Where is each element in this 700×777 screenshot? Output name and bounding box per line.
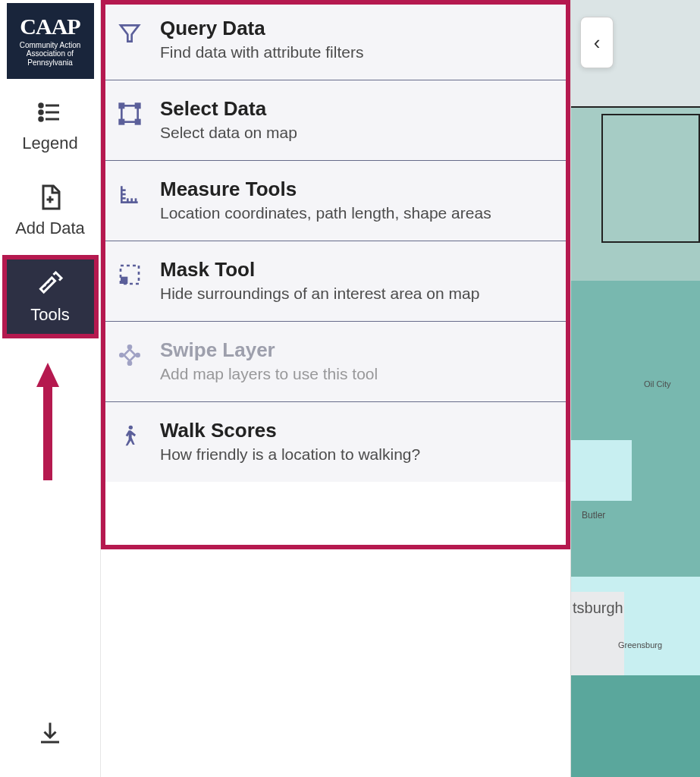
tool-item-select-data[interactable]: Select Data Select data on map [101,80,570,161]
map-label-greensburg: Greensburg [618,640,662,650]
tool-title: Measure Tools [160,178,491,201]
svg-point-30 [128,362,131,365]
tool-desc: Hide surroundings of an interest area on… [160,285,479,303]
select-icon [116,100,143,127]
svg-rect-18 [120,120,124,124]
tool-title: Walk Scores [160,419,420,442]
tools-icon [36,270,64,300]
callout-arrow-icon [36,363,59,480]
svg-point-32 [137,354,140,357]
svg-rect-28 [124,349,135,360]
chevron-left-icon: ‹ [594,31,601,55]
svg-line-9 [45,285,46,287]
sidebar-item-label: Add Data [15,219,85,238]
map-label-butler: Butler [582,510,605,521]
svg-rect-27 [121,277,127,284]
map-region [601,114,700,243]
svg-rect-17 [136,104,140,108]
filter-icon [116,20,143,47]
svg-line-10 [48,282,49,283]
sidebar-item-label: Tools [30,305,69,325]
svg-point-33 [129,426,133,429]
tool-item-measure-tools[interactable]: Measure Tools Location coordinates, path… [101,161,570,241]
mask-icon [116,261,143,288]
tool-desc: Location coordinates, path length, shape… [160,204,491,222]
logo-main-text: CAAP [20,15,80,38]
tools-panel: Query Data Find data with attribute filt… [101,0,571,777]
tool-desc: Select data on map [160,124,297,142]
tool-title: Mask Tool [160,258,479,282]
tool-title: Select Data [160,97,297,121]
collapse-panel-button[interactable]: ‹ [580,17,614,68]
svg-rect-16 [120,104,124,108]
sidebar-item-download[interactable] [0,710,100,759]
svg-point-29 [128,345,131,348]
ruler-icon [116,181,143,208]
swipe-icon [116,341,143,369]
map-label-oil-city: Oil City [644,379,670,388]
map-region [571,675,700,777]
svg-point-2 [39,111,43,115]
add-file-icon [36,184,64,214]
map-label-pittsburgh: tsburgh [573,599,623,617]
map-region [624,562,700,683]
svg-point-0 [39,104,43,108]
tool-title: Query Data [160,17,363,40]
download-icon [36,719,64,750]
caap-logo: CAAP Community Action Association of Pen… [7,3,94,79]
tools-list: Query Data Find data with attribute filt… [101,0,570,482]
svg-point-4 [39,118,43,121]
tool-desc: Find data with attribute filters [160,43,363,61]
sidebar-item-tools[interactable]: Tools [7,260,94,334]
logo-sub-text: Community Action Association of Pennsylv… [10,41,91,68]
tool-item-swipe-layer: Swipe Layer Add map layers to use this t… [101,322,570,402]
walk-icon [116,422,143,449]
tool-item-walk-scores[interactable]: Walk Scores How friendly is a location t… [101,402,570,482]
tool-item-query-data[interactable]: Query Data Find data with attribute filt… [101,0,570,80]
tool-title: Swipe Layer [160,338,378,362]
svg-marker-14 [121,25,139,41]
sidebar-item-add-data[interactable]: Add Data [0,164,100,249]
legend-icon [36,99,64,129]
left-rail: CAAP Community Action Association of Pen… [0,0,101,777]
svg-marker-11 [36,363,59,480]
sidebar-item-legend[interactable]: Legend [0,79,100,164]
tool-item-mask-tool[interactable]: Mask Tool Hide surroundings of an intere… [101,241,570,322]
tool-desc: Add map layers to use this tool [160,365,378,383]
svg-point-31 [120,354,123,357]
svg-rect-8 [40,278,55,292]
svg-rect-19 [136,120,140,124]
sidebar-item-label: Legend [22,134,77,153]
map-canvas[interactable]: Oil City Butler tsburgh Greensburg ‹ [571,0,700,777]
tool-desc: How friendly is a location to walking? [160,445,420,464]
